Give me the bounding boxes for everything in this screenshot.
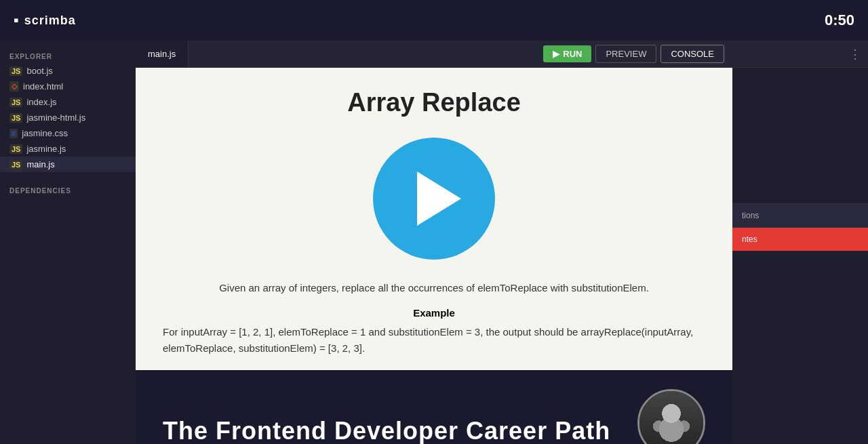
sidebar-file-index-html[interactable]: ◇ index.html xyxy=(0,79,136,94)
instructor-area: Dylan C. Israel xyxy=(637,389,705,444)
sidebar-file-jasmine-js[interactable]: JS jasmine.js xyxy=(0,141,136,157)
js-icon: JS xyxy=(9,98,22,107)
example-label: Example xyxy=(413,307,455,319)
main-layout: EXPLORER JS boot.js ◇ index.html JS inde… xyxy=(0,41,868,444)
scrimba-logo-icon: ▪ xyxy=(14,12,19,29)
right-panel-content: tions ntes xyxy=(732,68,868,444)
timer-display: 0:50 xyxy=(825,12,854,29)
right-panel-solutions-btn[interactable]: tions xyxy=(732,203,868,227)
bottom-section: The Frontend Developer Career Path Dylan… xyxy=(136,370,732,444)
run-label: RUN xyxy=(563,49,582,59)
right-panel-buttons: tions ntes xyxy=(732,68,868,251)
run-button[interactable]: ▶ RUN xyxy=(543,45,591,62)
js-icon: JS xyxy=(9,160,22,169)
video-description-text: Given an array of integers, replace all … xyxy=(219,280,649,296)
preview-button[interactable]: PREVIEW xyxy=(595,45,656,63)
js-icon: JS xyxy=(9,113,22,123)
css-icon: # xyxy=(9,129,18,138)
right-panel-hints-btn[interactable]: ntes xyxy=(732,227,868,251)
right-panel: ⋮ tions ntes xyxy=(732,41,868,444)
dependencies-section-label: DEPENDENCIES xyxy=(0,178,136,197)
sidebar-file-boot-js[interactable]: JS boot.js xyxy=(0,63,136,79)
sidebar-file-index-js[interactable]: JS index.js xyxy=(0,94,136,110)
top-bar: ▪ scrimba 0:50 xyxy=(0,0,868,41)
file-name-index-js: index.js xyxy=(26,97,56,107)
file-name-boot-js: boot.js xyxy=(26,66,52,76)
video-title: Array Replace xyxy=(347,88,521,117)
js-icon: JS xyxy=(9,66,22,76)
file-name-jasmine-js: jasmine.js xyxy=(26,144,66,154)
play-icon xyxy=(417,171,461,226)
editor-tabs: main.js ▶ RUN PREVIEW CONSOLE xyxy=(136,41,732,68)
file-name-jasmine-css: jasmine.css xyxy=(22,128,68,138)
more-options-icon[interactable]: ⋮ xyxy=(849,47,861,62)
sidebar-file-main-js[interactable]: JS main.js xyxy=(0,157,136,172)
play-button[interactable] xyxy=(373,138,495,260)
editor-area: main.js ▶ RUN PREVIEW CONSOLE Array Repl… xyxy=(136,41,732,444)
file-name-jasmine-html-js: jasmine-html.js xyxy=(26,113,85,123)
editor-content: Array Replace Given an array of integers… xyxy=(136,68,732,444)
file-explorer-sidebar: EXPLORER JS boot.js ◇ index.html JS inde… xyxy=(0,41,136,444)
explorer-section-label: EXPLORER xyxy=(0,49,136,63)
file-name-index-html: index.html xyxy=(23,81,63,92)
tab-actions: ▶ RUN PREVIEW CONSOLE xyxy=(535,45,732,63)
video-main-area: Array Replace Given an array of integers… xyxy=(136,68,732,370)
sidebar-file-jasmine-css[interactable]: # jasmine.css xyxy=(0,125,136,141)
run-icon: ▶ xyxy=(553,49,559,59)
active-file-tab[interactable]: main.js xyxy=(136,41,189,67)
html-icon: ◇ xyxy=(9,81,19,92)
right-panel-header: ⋮ xyxy=(732,41,868,68)
file-name-main-js: main.js xyxy=(26,159,54,169)
sidebar-file-jasmine-html-js[interactable]: JS jasmine-html.js xyxy=(0,110,136,125)
logo-area: ▪ scrimba xyxy=(14,12,76,29)
js-icon: JS xyxy=(9,144,22,154)
video-overlay: Array Replace Given an array of integers… xyxy=(136,68,732,444)
logo-text: scrimba xyxy=(24,14,76,28)
example-text: For inputArray = [1, 2, 1], elemToReplac… xyxy=(163,324,705,357)
console-button[interactable]: CONSOLE xyxy=(660,45,724,63)
instructor-avatar xyxy=(637,389,705,444)
avatar-photo xyxy=(639,391,703,444)
career-path-title: The Frontend Developer Career Path xyxy=(163,417,610,444)
